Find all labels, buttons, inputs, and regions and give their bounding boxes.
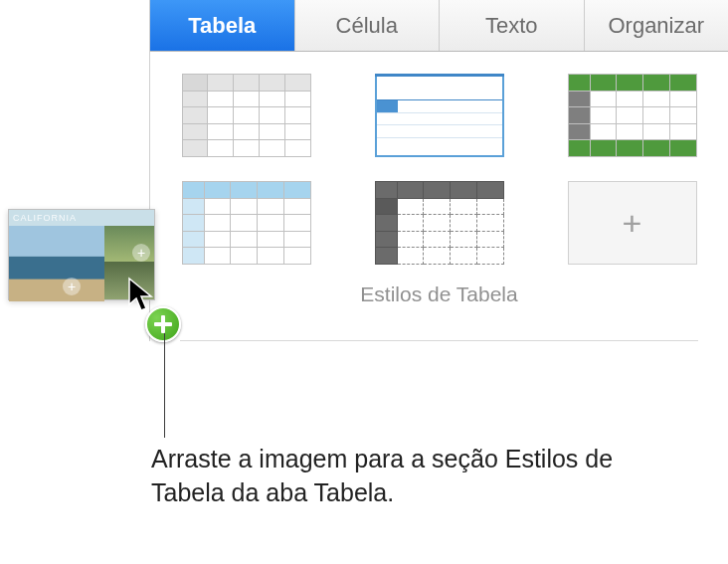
callout-leader-line [164, 333, 165, 438]
dragged-image-thumbnail[interactable]: CALIFORNIA + + [8, 209, 155, 300]
tab-bar: Tabela Célula Texto Organizar [150, 0, 728, 52]
callout-text: Arraste a imagem para a seção Estilos de… [151, 443, 668, 510]
style-grid: + [180, 74, 698, 265]
tab-celula[interactable]: Célula [295, 0, 441, 51]
table-style-2[interactable] [375, 74, 504, 157]
drag-thumb-title: CALIFORNIA [9, 210, 154, 226]
drag-thumb-photos: + + [9, 226, 154, 299]
add-table-style-button[interactable]: + [568, 181, 697, 265]
styles-section-label: Estilos de Tabela [180, 282, 698, 306]
table-style-4[interactable] [182, 181, 311, 265]
section-divider [180, 340, 698, 341]
tab-texto[interactable]: Texto [440, 0, 585, 51]
table-style-5[interactable] [375, 181, 504, 265]
tab-organizar[interactable]: Organizar [585, 0, 729, 51]
thumb-plus-icon: + [63, 278, 81, 295]
tab-tabela[interactable]: Tabela [150, 0, 295, 51]
table-style-1[interactable] [182, 74, 311, 157]
thumb-plus-icon: + [132, 244, 150, 262]
table-style-3[interactable] [568, 74, 697, 157]
inspector-panel: Tabela Célula Texto Organizar + [149, 0, 728, 341]
plus-icon: + [623, 206, 642, 240]
table-styles-section: + Estilos de Tabela [150, 52, 728, 320]
